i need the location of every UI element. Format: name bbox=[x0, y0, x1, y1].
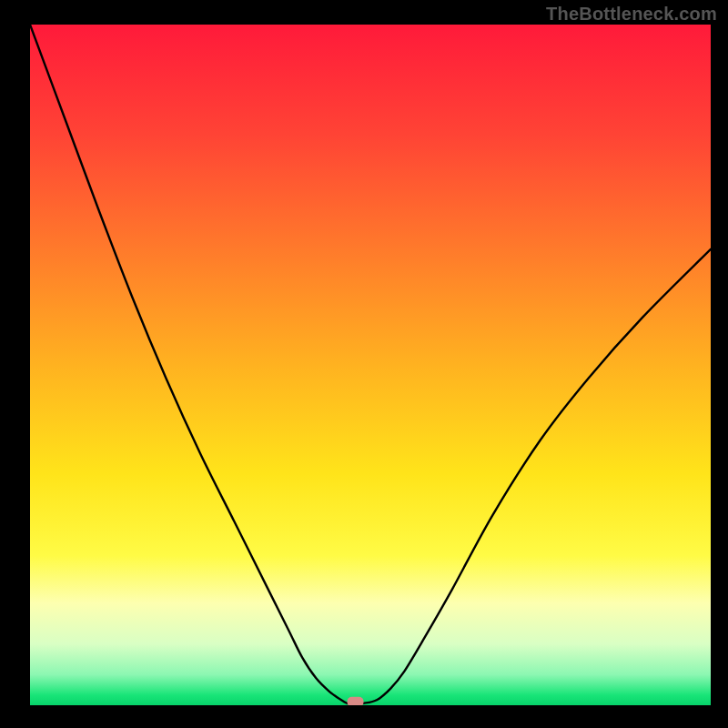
bottleneck-chart bbox=[30, 25, 711, 705]
plot-area bbox=[30, 25, 711, 705]
chart-frame: TheBottleneck.com bbox=[0, 0, 728, 728]
optimum-marker bbox=[348, 697, 364, 705]
gradient-background bbox=[30, 25, 711, 705]
watermark-text: TheBottleneck.com bbox=[546, 4, 717, 25]
